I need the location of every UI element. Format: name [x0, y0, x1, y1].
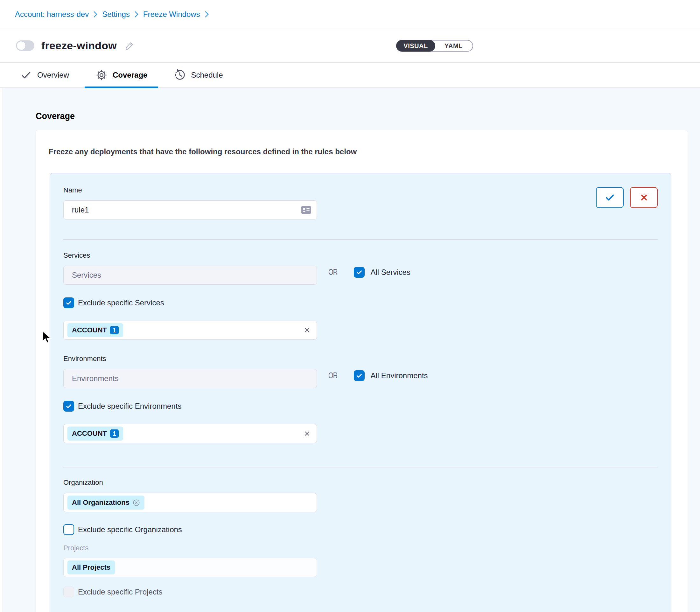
- toggle-knob: [16, 41, 26, 50]
- freeze-rule-card: Name: [50, 173, 671, 612]
- projects-label: Projects: [63, 544, 658, 552]
- environments-label: Environments: [63, 355, 658, 363]
- services-input[interactable]: [63, 266, 317, 285]
- exclude-services-label[interactable]: Exclude specific Services: [78, 298, 164, 307]
- visual-yaml-switch: VISUAL YAML: [396, 40, 473, 52]
- check-icon: [20, 69, 32, 81]
- chevron-right-icon: [134, 11, 139, 18]
- remove-organizations-chip-icon[interactable]: [133, 499, 140, 506]
- collapsed-nav-strip: [0, 88, 3, 612]
- rule-name-group: Name: [63, 186, 317, 220]
- all-services-label[interactable]: All Services: [371, 268, 410, 277]
- tab-overview-label: Overview: [37, 71, 69, 80]
- exclude-environments-label[interactable]: Exclude specific Environments: [78, 402, 181, 411]
- exclude-projects-checkbox: [63, 586, 74, 597]
- services-or-label: OR: [328, 267, 337, 277]
- all-organizations-chip[interactable]: All Organizations: [67, 496, 145, 510]
- exclude-projects-label: Exclude specific Projects: [78, 587, 162, 596]
- excluded-services-input[interactable]: ACCOUNT 1: [63, 321, 317, 340]
- tag-scope-label: ACCOUNT: [72, 429, 107, 438]
- edit-pencil-icon[interactable]: [124, 41, 135, 51]
- schedule-clock-icon: [174, 69, 186, 81]
- exclude-organizations-checkbox[interactable]: [63, 524, 74, 535]
- environments-or-label: OR: [328, 371, 337, 380]
- all-services-checkbox[interactable]: [354, 267, 365, 278]
- breadcrumb-freeze-windows-link[interactable]: Freeze Windows: [143, 10, 200, 19]
- breadcrumb: Account: harness-dev Settings Freeze Win…: [0, 0, 700, 29]
- organization-label: Organization: [63, 478, 658, 487]
- name-label: Name: [63, 186, 82, 194]
- excluded-services-tag[interactable]: ACCOUNT 1: [67, 323, 123, 337]
- visual-mode-button[interactable]: VISUAL: [396, 40, 435, 52]
- excluded-environments-tag[interactable]: ACCOUNT 1: [67, 427, 123, 441]
- coverage-instruction: Freeze any deployments that have the fol…: [49, 147, 672, 156]
- tag-count-badge: 1: [110, 326, 119, 334]
- coverage-panel: Coverage Freeze any deployments that hav…: [0, 88, 700, 612]
- tab-schedule[interactable]: Schedule: [163, 62, 234, 87]
- page-title: freeze-window: [41, 39, 117, 52]
- tag-scope-label: ACCOUNT: [72, 326, 107, 334]
- chevron-right-icon: [205, 11, 209, 18]
- tab-bar: Overview Coverage Schedule: [0, 62, 700, 88]
- name-id-card-icon: [301, 206, 311, 214]
- coverage-section-title: Coverage: [36, 111, 700, 121]
- gear-icon: [95, 69, 108, 81]
- divider: [63, 468, 658, 468]
- freeze-window-page: Account: harness-dev Settings Freeze Win…: [0, 0, 700, 612]
- chip-label: All Organizations: [72, 498, 129, 507]
- chip-label: All Projects: [72, 563, 110, 572]
- exclude-organizations-label[interactable]: Exclude specific Organizations: [78, 525, 182, 534]
- exclude-environments-checkbox[interactable]: [63, 401, 74, 412]
- coverage-card: Freeze any deployments that have the fol…: [36, 130, 688, 612]
- rule-name-input[interactable]: [63, 200, 317, 220]
- confirm-rule-button[interactable]: [596, 187, 623, 208]
- breadcrumb-account-link[interactable]: Account: harness-dev: [15, 10, 89, 19]
- breadcrumb-settings-link[interactable]: Settings: [102, 10, 130, 19]
- tab-overview[interactable]: Overview: [9, 62, 80, 87]
- divider: [63, 239, 658, 240]
- all-projects-chip: All Projects: [67, 560, 115, 574]
- chevron-right-icon: [93, 11, 98, 18]
- exclude-services-checkbox[interactable]: [63, 297, 74, 308]
- tab-coverage[interactable]: Coverage: [85, 62, 158, 87]
- excluded-environments-input[interactable]: ACCOUNT 1: [63, 424, 317, 443]
- services-label: Services: [63, 251, 658, 260]
- tab-schedule-label: Schedule: [191, 71, 223, 80]
- title-bar: freeze-window VISUAL YAML: [0, 29, 700, 62]
- clear-services-tags-icon[interactable]: [303, 326, 311, 334]
- tab-coverage-label: Coverage: [113, 71, 147, 80]
- environments-input[interactable]: [63, 369, 317, 388]
- all-environments-checkbox[interactable]: [354, 370, 365, 381]
- delete-rule-button[interactable]: [630, 187, 658, 208]
- freeze-enabled-toggle[interactable]: [16, 40, 35, 51]
- organization-input[interactable]: All Organizations: [63, 493, 317, 512]
- yaml-mode-button[interactable]: YAML: [434, 40, 473, 52]
- projects-input: All Projects: [63, 558, 317, 577]
- all-environments-label[interactable]: All Environments: [371, 371, 428, 380]
- tag-count-badge: 1: [110, 429, 119, 438]
- clear-environments-tags-icon[interactable]: [303, 430, 311, 437]
- rule-actions: [596, 187, 658, 208]
